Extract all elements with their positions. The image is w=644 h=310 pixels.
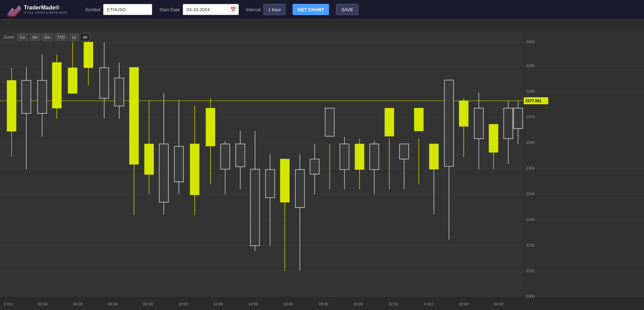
svg-rect-59: [100, 68, 109, 98]
svg-text:2360: 2360: [526, 140, 535, 145]
svg-text:2380: 2380: [526, 89, 535, 93]
chart-container: ETHUSD DAILY CHART Zoom 1m 3m 6m YTD 1y …: [0, 19, 644, 310]
logo-text: TraderMade® IT ALL STARTS WITH DATA: [24, 5, 68, 14]
svg-rect-105: [444, 80, 454, 166]
symbol-field: Symbol: [85, 4, 152, 15]
svg-text:08:00: 08:00: [143, 302, 153, 306]
svg-text:4 Oct: 4 Oct: [424, 302, 433, 306]
svg-rect-85: [295, 170, 304, 207]
logo-name: TraderMade®: [24, 5, 68, 11]
symbol-input[interactable]: [103, 4, 152, 15]
interval-label: Interval: [246, 7, 261, 12]
svg-rect-93: [355, 144, 364, 170]
svg-text:06:00: 06:00: [108, 302, 118, 306]
svg-rect-55: [68, 68, 77, 93]
svg-text:2340: 2340: [526, 192, 535, 196]
interval-button[interactable]: 1 hour: [263, 4, 286, 15]
start-date-field: Start Date 📅: [159, 4, 239, 15]
logo-tagline: IT ALL STARTS WITH DATA: [24, 11, 68, 14]
svg-rect-69: [174, 146, 183, 182]
svg-text:2310: 2310: [526, 269, 535, 273]
svg-text:02:00: 02:00: [459, 302, 469, 306]
svg-text:18:00: 18:00: [318, 302, 328, 306]
svg-rect-71: [190, 144, 199, 195]
svg-rect-57: [84, 42, 93, 68]
svg-rect-67: [159, 144, 168, 202]
zoom-1y[interactable]: 1y: [69, 33, 79, 41]
svg-rect-73: [206, 108, 215, 146]
svg-rect-109: [474, 108, 483, 139]
svg-text:3 Oct: 3 Oct: [4, 302, 13, 306]
svg-text:14:00: 14:00: [248, 302, 258, 306]
svg-rect-95: [370, 144, 379, 170]
svg-text:12:00: 12:00: [213, 302, 223, 306]
chart-svg: 2300 2310 2320 2330 2340 2350 2360 2370 …: [0, 19, 644, 310]
svg-rect-47: [7, 80, 16, 131]
svg-text:2320: 2320: [526, 243, 535, 247]
svg-rect-49: [22, 80, 31, 113]
svg-marker-3: [7, 7, 21, 17]
svg-rect-51: [38, 80, 47, 113]
svg-text:02:00: 02:00: [38, 302, 48, 306]
svg-text:2330: 2330: [526, 217, 535, 222]
svg-text:2350: 2350: [526, 166, 535, 170]
svg-rect-103: [429, 144, 438, 169]
logo-area: TraderMade® IT ALL STARTS WITH DATA: [7, 2, 68, 17]
symbol-label: Symbol: [85, 7, 100, 12]
svg-text:04:00: 04:00: [73, 302, 83, 306]
zoom-3m[interactable]: 3m: [29, 33, 40, 41]
svg-rect-83: [280, 159, 289, 202]
save-button[interactable]: SAVE: [336, 4, 358, 15]
svg-rect-87: [310, 159, 319, 174]
interval-field: Interval 1 hour: [246, 4, 286, 15]
svg-text:16:00: 16:00: [283, 302, 293, 306]
logo-icon: [7, 2, 21, 17]
zoom-label: Zoom: [4, 35, 14, 40]
svg-rect-7: [523, 32, 644, 297]
svg-rect-99: [400, 144, 409, 159]
zoom-ytd[interactable]: YTD: [54, 33, 68, 41]
zoom-all[interactable]: All: [80, 33, 90, 41]
svg-text:2390: 2390: [526, 64, 535, 68]
get-chart-button[interactable]: GET CHART: [293, 4, 329, 15]
svg-rect-61: [115, 78, 124, 106]
svg-rect-81: [266, 170, 275, 198]
svg-rect-97: [385, 108, 394, 136]
header: TraderMade® IT ALL STARTS WITH DATA Symb…: [0, 0, 644, 19]
date-input-wrap: 📅: [183, 4, 239, 15]
start-date-input[interactable]: [183, 4, 239, 15]
svg-text:2370: 2370: [526, 115, 535, 119]
svg-rect-111: [489, 124, 498, 152]
zoom-6m[interactable]: 6m: [42, 33, 53, 41]
zoom-1m[interactable]: 1m: [17, 33, 28, 41]
svg-text:2377.001: 2377.001: [525, 99, 542, 103]
svg-rect-89: [325, 108, 334, 136]
svg-rect-115: [514, 108, 523, 128]
svg-rect-77: [236, 144, 245, 167]
svg-rect-75: [221, 144, 230, 169]
start-date-label: Start Date: [159, 7, 180, 12]
svg-rect-63: [129, 67, 139, 164]
svg-text:04:00: 04:00: [494, 302, 504, 306]
svg-text:20:00: 20:00: [354, 302, 363, 306]
svg-rect-53: [52, 62, 61, 108]
svg-text:2300: 2300: [526, 294, 535, 298]
svg-rect-5: [0, 19, 644, 32]
svg-rect-91: [340, 144, 349, 170]
svg-rect-113: [504, 108, 513, 139]
svg-text:22:00: 22:00: [389, 302, 398, 306]
svg-text:2400: 2400: [526, 40, 535, 44]
svg-text:10:00: 10:00: [178, 302, 188, 306]
zoom-bar: Zoom 1m 3m 6m YTD 1y All: [4, 33, 90, 41]
svg-rect-65: [145, 144, 154, 174]
svg-rect-79: [250, 169, 260, 246]
svg-rect-101: [414, 108, 423, 131]
svg-rect-107: [459, 101, 468, 126]
